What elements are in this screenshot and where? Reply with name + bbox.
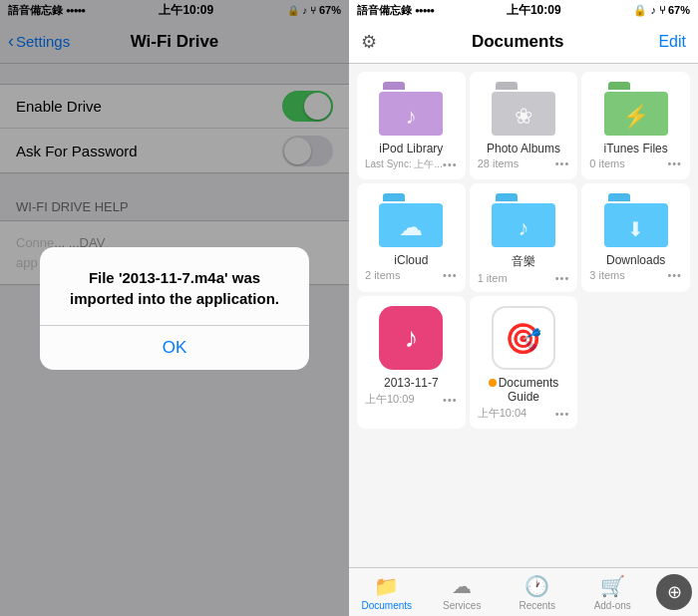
folder-tab [383, 82, 405, 90]
documents-guide-time: 上午10:04 [478, 406, 527, 421]
grid-item-downloads[interactable]: ⬇ Downloads 3 items ••• [581, 183, 690, 292]
compass-button[interactable]: ⊕ [656, 574, 692, 610]
right-status-left: 語音備忘錄 ●●●●● [357, 3, 434, 18]
photo-albums-count: 28 items [478, 157, 520, 169]
recents-tab-label: Recents [519, 600, 555, 611]
downloads-folder-icon: ⬇ [604, 193, 668, 247]
itunes-files-count: 0 items [589, 157, 624, 169]
ipod-library-name: iPod Library [379, 142, 443, 155]
grid-item-itunes-files[interactable]: ⚡ iTunes Files 0 items ••• [581, 72, 690, 179]
notification-dot [489, 379, 497, 387]
itunes-files-meta: 0 items ••• [587, 157, 684, 169]
download-icon: ⬇ [627, 217, 644, 241]
cloud-icon: ☁ [399, 213, 423, 241]
grid-item-music[interactable]: ♪ 音樂 1 item ••• [470, 183, 578, 292]
music-note-icon-3: ♪ [404, 322, 418, 354]
tab-bar: 📁 Documents ☁ Services 🕐 Recents 🛒 Add-o… [349, 567, 698, 616]
grid-item-photo-albums[interactable]: ❀ Photo Albums 28 items ••• [470, 72, 578, 179]
right-status-right: 🔒 ♪ ⑂ 67% [633, 4, 690, 17]
music-more[interactable]: ••• [555, 272, 570, 284]
audio-file-time: 上午10:09 [365, 392, 415, 407]
documents-tab-icon: 📁 [374, 574, 399, 598]
add-ons-tab-icon: 🛒 [600, 574, 625, 598]
music-folder-icon: ♪ [492, 193, 555, 247]
dialog-overlay: File '2013-11-7.m4a' was imported into t… [0, 0, 349, 616]
itunes-files-name: iTunes Files [604, 142, 668, 155]
compass-icon: ⊕ [667, 581, 682, 603]
icloud-folder-icon: ☁ [379, 193, 443, 247]
music-meta: 1 item ••• [476, 272, 572, 284]
photo-albums-folder-icon: ❀ [492, 82, 555, 136]
right-nav-title: Documents [472, 32, 564, 52]
documents-guide-more[interactable]: ••• [555, 408, 570, 420]
downloads-more[interactable]: ••• [667, 269, 682, 281]
documents-guide-icon: 🎯 [492, 306, 555, 370]
recents-tab-icon: 🕐 [524, 574, 549, 598]
grid-item-2013-11-7[interactable]: ♪ 2013-11-7 上午10:09 ••• [357, 296, 466, 429]
services-tab-label: Services [443, 600, 481, 611]
photo-albums-meta: 28 items ••• [476, 157, 572, 169]
edit-button[interactable]: Edit [658, 33, 686, 51]
right-signal: ●●●●● [415, 6, 434, 15]
icloud-meta: 2 items ••• [363, 269, 460, 281]
documents-guide-meta: 上午10:04 ••• [476, 406, 572, 421]
add-ons-tab-label: Add-ons [594, 600, 631, 611]
documents-grid: ♪ iPod Library Last Sync: 上午... ••• ❀ Ph… [349, 64, 698, 567]
dialog-message: File '2013-11-7.m4a' was imported into t… [56, 267, 293, 309]
dialog-ok-button[interactable]: OK [40, 326, 309, 370]
folder-tab-2 [496, 82, 518, 90]
left-panel: 語音備忘錄 ●●●●● 上午10:09 🔒 ♪ ⑂ 67% ‹ Settings… [0, 0, 349, 616]
ipod-library-folder-icon: ♪ [379, 82, 443, 136]
right-panel: 語音備忘錄 ●●●●● 上午10:09 🔒 ♪ ⑂ 67% ⚙ Document… [349, 0, 698, 616]
services-tab-icon: ☁ [452, 574, 472, 598]
music-note-icon: ♪ [406, 104, 417, 130]
music-note-icon-2: ♪ [518, 215, 528, 241]
documents-tab-label: Documents [361, 600, 412, 611]
ipod-library-sync: Last Sync: 上午... [365, 157, 443, 171]
downloads-count: 3 items [589, 269, 624, 281]
itunes-files-more[interactable]: ••• [667, 157, 682, 169]
photos-icon: ❀ [515, 104, 532, 130]
dialog-body: File '2013-11-7.m4a' was imported into t… [40, 247, 309, 325]
usb-icon: ⚡ [622, 104, 649, 130]
grid-item-ipod-library[interactable]: ♪ iPod Library Last Sync: 上午... ••• [357, 72, 466, 179]
icloud-count: 2 items [365, 269, 400, 281]
right-status-bar: 語音備忘錄 ●●●●● 上午10:09 🔒 ♪ ⑂ 67% [349, 0, 698, 20]
itunes-folder-icon: ⚡ [604, 82, 668, 136]
right-icons: 🔒 ♪ ⑂ [633, 4, 666, 17]
audio-file-icon: ♪ [379, 306, 443, 370]
folder-tab-4 [383, 193, 405, 201]
folder-tab-6 [608, 193, 630, 201]
grid-item-icloud[interactable]: ☁ iCloud 2 items ••• [357, 183, 466, 292]
ipod-library-more[interactable]: ••• [443, 158, 458, 170]
right-nav-bar: ⚙ Documents Edit [349, 20, 698, 64]
downloads-name: Downloads [606, 253, 665, 267]
tab-documents[interactable]: 📁 Documents [349, 568, 425, 616]
photo-albums-name: Photo Albums [487, 142, 560, 155]
audio-file-name: 2013-11-7 [384, 376, 439, 390]
tab-services[interactable]: ☁ Services [425, 568, 501, 616]
gear-icon[interactable]: ⚙ [361, 31, 377, 53]
audio-file-meta: 上午10:09 ••• [363, 392, 460, 407]
icloud-name: iCloud [394, 253, 428, 267]
folder-tab-5 [496, 193, 518, 201]
lifebuoy-icon: 🎯 [505, 321, 541, 356]
ipod-library-meta: Last Sync: 上午... ••• [363, 157, 460, 171]
documents-guide-name: Documents Guide [476, 376, 572, 404]
right-carrier: 語音備忘錄 [357, 3, 412, 18]
right-time: 上午10:09 [507, 2, 561, 19]
audio-file-more[interactable]: ••• [443, 394, 458, 406]
grid-item-documents-guide[interactable]: 🎯 Documents Guide 上午10:04 ••• [470, 296, 578, 429]
music-name: 音樂 [512, 253, 535, 270]
icloud-more[interactable]: ••• [443, 269, 458, 281]
right-battery: 67% [668, 4, 690, 16]
tab-add-ons[interactable]: 🛒 Add-ons [575, 568, 651, 616]
photo-albums-more[interactable]: ••• [555, 157, 570, 169]
downloads-meta: 3 items ••• [587, 269, 684, 281]
folder-tab-3 [608, 82, 630, 90]
dialog-box: File '2013-11-7.m4a' was imported into t… [40, 247, 309, 370]
music-count: 1 item [478, 272, 508, 284]
tab-recents[interactable]: 🕐 Recents [500, 568, 575, 616]
